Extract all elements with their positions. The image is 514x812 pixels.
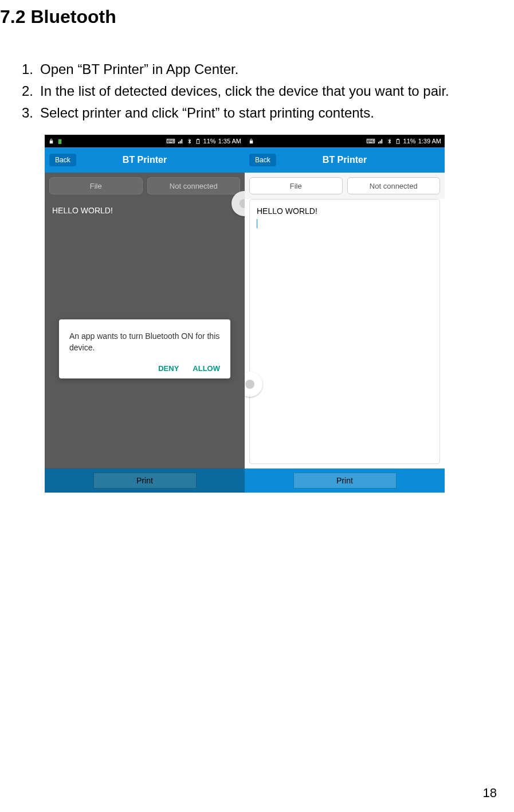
status-left [248, 138, 254, 145]
battery-percent: 11% [403, 138, 416, 145]
bluetooth-dialog: An app wants to turn Bluetooth ON for th… [59, 319, 230, 378]
battery-icon [395, 138, 401, 145]
bluetooth-icon [186, 138, 193, 145]
list-number: 3. [22, 103, 40, 123]
deny-button[interactable]: DENY [158, 364, 179, 373]
battery-small-icon [57, 138, 63, 145]
app-header: Back BT Printer [245, 147, 445, 173]
back-button[interactable]: Back [249, 154, 276, 166]
list-item: 3. Select printer and click “Print” to s… [22, 103, 497, 123]
app-title: BT Printer [323, 155, 367, 165]
print-bar: Print [245, 469, 445, 493]
button-row: File Not connected [45, 173, 245, 199]
status-bar: ⌨ 11% 1:39 AM [245, 135, 445, 147]
list-item: 2. In the list of detected devices, clic… [22, 81, 497, 102]
list-text: Select printer and click “Print” to star… [40, 103, 497, 123]
file-button[interactable]: File [49, 177, 143, 194]
lock-icon [48, 138, 54, 145]
status-time: 1:35 AM [218, 138, 241, 145]
status-right: ⌨ 11% 1:35 AM [166, 138, 241, 145]
keyboard-icon: ⌨ [166, 138, 175, 145]
assistive-touch-icon[interactable] [245, 372, 262, 397]
list-item: 1. Open “BT Printer” in App Center. [22, 59, 497, 80]
list-number: 1. [22, 59, 40, 80]
lock-icon [248, 138, 254, 145]
phone-screenshot-1: ⌨ 11% 1:35 AM Back BT Printer File Not c… [45, 135, 245, 493]
allow-button[interactable]: ALLOW [193, 364, 220, 373]
content-area: HELLO WORLD! An app wants to turn Blueto… [45, 199, 245, 469]
signal-icon [178, 138, 184, 145]
bluetooth-icon [386, 138, 393, 145]
instruction-list: 1. Open “BT Printer” in App Center. 2. I… [0, 59, 497, 123]
content-text: HELLO WORLD! [250, 200, 440, 222]
app-title: BT Printer [123, 155, 167, 165]
status-time: 1:39 AM [418, 138, 441, 145]
list-text: In the list of detected devices, click t… [40, 81, 497, 102]
page-number: 18 [483, 786, 497, 801]
app-header: Back BT Printer [45, 147, 245, 173]
status-right: ⌨ 11% 1:39 AM [366, 138, 441, 145]
print-bar: Print [45, 469, 245, 493]
file-button[interactable]: File [249, 177, 343, 194]
connection-button[interactable]: Not connected [347, 177, 441, 194]
button-row: File Not connected [245, 173, 445, 199]
battery-icon [195, 138, 201, 145]
section-title: 7.2 Bluetooth [0, 6, 497, 28]
status-left [48, 138, 63, 145]
dialog-actions: DENY ALLOW [69, 364, 220, 373]
back-button[interactable]: Back [49, 154, 76, 166]
status-bar: ⌨ 11% 1:35 AM [45, 135, 245, 147]
content-text: HELLO WORLD! [45, 199, 244, 222]
screenshots-container: ⌨ 11% 1:35 AM Back BT Printer File Not c… [45, 135, 497, 493]
print-button[interactable]: Print [293, 473, 397, 489]
signal-icon [378, 138, 384, 145]
text-cursor [257, 219, 257, 228]
keyboard-icon: ⌨ [366, 138, 375, 145]
content-area[interactable]: HELLO WORLD! [249, 199, 440, 464]
phone-screenshot-2: ⌨ 11% 1:39 AM Back BT Printer File Not c… [245, 135, 445, 493]
connection-button[interactable]: Not connected [147, 177, 241, 194]
battery-percent: 11% [203, 138, 216, 145]
svg-rect-0 [58, 139, 62, 144]
list-number: 2. [22, 81, 40, 102]
print-button[interactable]: Print [93, 473, 197, 489]
dialog-text: An app wants to turn Bluetooth ON for th… [69, 331, 220, 353]
list-text: Open “BT Printer” in App Center. [40, 59, 497, 80]
